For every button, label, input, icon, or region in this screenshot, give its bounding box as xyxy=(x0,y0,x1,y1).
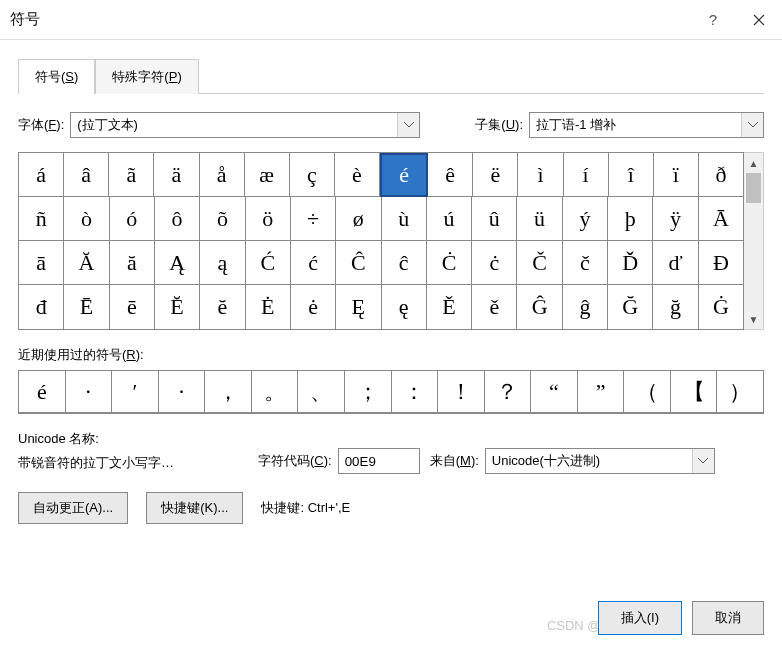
insert-button[interactable]: 插入(I) xyxy=(598,601,682,635)
grid-cell[interactable]: ē xyxy=(110,285,155,329)
grid-cell[interactable]: Ğ xyxy=(608,285,653,329)
scroll-down-icon[interactable]: ▼ xyxy=(744,309,763,329)
grid-cell[interactable]: ï xyxy=(654,153,699,197)
character-grid-wrap: áâãäåæçèéêëìíîïðñòóôõö÷øùúûüýþÿĀāĂăĄąĆćĈ… xyxy=(18,152,764,330)
from-select[interactable]: Unicode(十六进制) xyxy=(485,448,715,474)
subset-select[interactable]: 拉丁语-1 增补 xyxy=(529,112,764,138)
recent-cell[interactable]: ！ xyxy=(438,371,485,413)
close-button[interactable] xyxy=(736,0,782,40)
scroll-up-icon[interactable]: ▲ xyxy=(744,153,763,173)
grid-cell[interactable]: á xyxy=(19,153,64,197)
scroll-thumb[interactable] xyxy=(746,173,761,203)
recent-cell[interactable]: ， xyxy=(205,371,252,413)
grid-cell[interactable]: ó xyxy=(110,197,155,241)
grid-cell[interactable]: ğ xyxy=(653,285,698,329)
grid-cell[interactable]: Ď xyxy=(608,241,653,285)
grid-cell[interactable]: ú xyxy=(427,197,472,241)
recent-cell[interactable]: ′ xyxy=(112,371,159,413)
grid-cell[interactable]: Ć xyxy=(246,241,291,285)
grid-cell[interactable]: ø xyxy=(336,197,381,241)
recent-cell[interactable]: ” xyxy=(578,371,625,413)
grid-cell[interactable]: õ xyxy=(200,197,245,241)
char-code-label: 字符代码(C): xyxy=(258,452,332,470)
grid-cell[interactable]: Ě xyxy=(427,285,472,329)
grid-cell[interactable]: Đ xyxy=(699,241,743,285)
autocorrect-button[interactable]: 自动更正(A)... xyxy=(18,492,128,524)
char-code-input[interactable] xyxy=(338,448,420,474)
grid-cell[interactable]: é xyxy=(380,153,428,197)
grid-cell[interactable]: Ĕ xyxy=(155,285,200,329)
recent-cell[interactable]: ； xyxy=(345,371,392,413)
grid-cell[interactable]: ð xyxy=(699,153,743,197)
grid-cell[interactable]: ë xyxy=(473,153,518,197)
grid-cell[interactable]: ď xyxy=(653,241,698,285)
grid-cell[interactable]: Ą xyxy=(155,241,200,285)
font-select[interactable]: (拉丁文本) xyxy=(70,112,420,138)
grid-cell[interactable]: Ā xyxy=(699,197,743,241)
recent-cell[interactable]: ） xyxy=(717,371,763,413)
shortcut-button[interactable]: 快捷键(K)... xyxy=(146,492,243,524)
grid-cell[interactable]: ù xyxy=(382,197,427,241)
grid-cell[interactable]: Ę xyxy=(336,285,381,329)
grid-cell[interactable]: Ċ xyxy=(427,241,472,285)
grid-cell[interactable]: î xyxy=(609,153,654,197)
grid-cell[interactable]: ì xyxy=(518,153,563,197)
grid-cell[interactable]: ā xyxy=(19,241,64,285)
grid-cell[interactable]: ă xyxy=(110,241,155,285)
grid-cell[interactable]: Ĝ xyxy=(517,285,562,329)
grid-cell[interactable]: ċ xyxy=(472,241,517,285)
grid-cell[interactable]: đ xyxy=(19,285,64,329)
recent-cell[interactable]: “ xyxy=(531,371,578,413)
grid-cell[interactable]: å xyxy=(200,153,245,197)
tab-symbols[interactable]: 符号(S) xyxy=(18,59,95,94)
grid-cell[interactable]: ė xyxy=(291,285,336,329)
grid-cell[interactable]: ô xyxy=(155,197,200,241)
grid-cell[interactable]: æ xyxy=(245,153,290,197)
grid-cell[interactable]: ü xyxy=(517,197,562,241)
grid-cell[interactable]: ã xyxy=(109,153,154,197)
recent-cell[interactable]: ： xyxy=(392,371,439,413)
recent-cell[interactable]: 。 xyxy=(252,371,299,413)
cancel-button[interactable]: 取消 xyxy=(692,601,764,635)
grid-cell[interactable]: þ xyxy=(608,197,653,241)
grid-cell[interactable]: â xyxy=(64,153,109,197)
grid-cell[interactable]: ę xyxy=(382,285,427,329)
recent-cell[interactable]: é xyxy=(19,371,66,413)
grid-cell[interactable]: ć xyxy=(291,241,336,285)
grid-cell[interactable]: ý xyxy=(563,197,608,241)
grid-cell[interactable]: í xyxy=(564,153,609,197)
grid-cell[interactable]: ÷ xyxy=(291,197,336,241)
grid-cell[interactable]: ĝ xyxy=(563,285,608,329)
recent-grid[interactable]: é·′·，。、；：！？“”（【） xyxy=(18,370,764,414)
grid-cell[interactable]: ÿ xyxy=(653,197,698,241)
recent-cell[interactable]: 【 xyxy=(671,371,718,413)
recent-cell[interactable]: 、 xyxy=(298,371,345,413)
character-grid[interactable]: áâãäåæçèéêëìíîïðñòóôõö÷øùúûüýþÿĀāĂăĄąĆćĈ… xyxy=(18,152,744,330)
grid-cell[interactable]: Ġ xyxy=(699,285,743,329)
help-button[interactable]: ? xyxy=(690,0,736,40)
grid-cell[interactable]: Č xyxy=(517,241,562,285)
grid-cell[interactable]: û xyxy=(472,197,517,241)
grid-cell[interactable]: ê xyxy=(428,153,473,197)
grid-cell[interactable]: Ė xyxy=(246,285,291,329)
grid-cell[interactable]: ç xyxy=(290,153,335,197)
grid-cell[interactable]: ĕ xyxy=(200,285,245,329)
grid-cell[interactable]: ą xyxy=(200,241,245,285)
grid-cell[interactable]: č xyxy=(563,241,608,285)
grid-cell[interactable]: ñ xyxy=(19,197,64,241)
grid-cell[interactable]: ò xyxy=(64,197,109,241)
grid-cell[interactable]: Ĉ xyxy=(336,241,381,285)
grid-scrollbar[interactable]: ▲ ▼ xyxy=(744,152,764,330)
grid-cell[interactable]: ĉ xyxy=(382,241,427,285)
grid-cell[interactable]: è xyxy=(335,153,380,197)
grid-cell[interactable]: Ă xyxy=(64,241,109,285)
tab-special-chars[interactable]: 特殊字符(P) xyxy=(95,59,198,94)
grid-cell[interactable]: ě xyxy=(472,285,517,329)
grid-cell[interactable]: ä xyxy=(154,153,199,197)
grid-cell[interactable]: Ē xyxy=(64,285,109,329)
grid-cell[interactable]: ö xyxy=(246,197,291,241)
recent-cell[interactable]: · xyxy=(159,371,206,413)
recent-cell[interactable]: ？ xyxy=(485,371,532,413)
recent-cell[interactable]: （ xyxy=(624,371,671,413)
recent-cell[interactable]: · xyxy=(66,371,113,413)
